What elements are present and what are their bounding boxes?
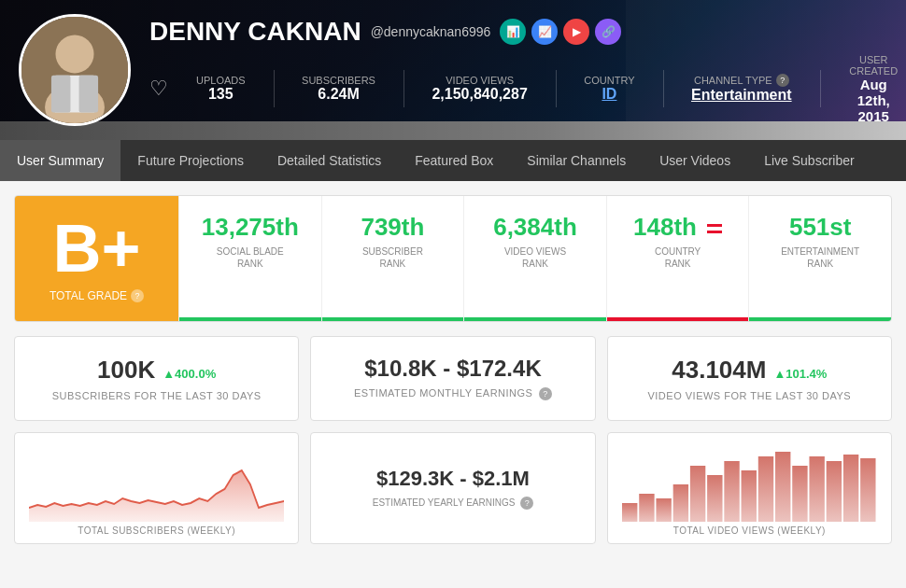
rank-bar-5 xyxy=(749,317,891,321)
svg-rect-13 xyxy=(741,470,756,522)
video-views-weekly-label: TOTAL VIDEO VIEWS (WEEKLY) xyxy=(608,525,891,536)
subscribers-stat: SUBSCRIBERS 6.24M xyxy=(302,75,375,103)
country-stat: COUNTRY ID xyxy=(584,75,634,103)
svg-rect-20 xyxy=(860,458,875,522)
svg-rect-16 xyxy=(792,466,807,522)
channel-info: DENNY CAKNAN @dennycaknan6996 📊 📈 ▶ 🔗 ♡ … xyxy=(149,17,899,124)
favorite-icon[interactable]: ♡ xyxy=(149,77,168,101)
svg-rect-15 xyxy=(775,452,790,522)
svg-rect-6 xyxy=(622,503,637,522)
rank-bar-1 xyxy=(179,317,321,321)
rank-video-views-label: VIDEO VIEWSRANK xyxy=(474,245,597,270)
svg-rect-14 xyxy=(757,456,772,522)
channel-name: DENNY CAKNAN xyxy=(149,17,361,47)
channel-avatar xyxy=(19,14,131,126)
rank-country-label: COUNTRYRANK xyxy=(616,245,740,270)
svg-point-1 xyxy=(55,35,93,73)
channel-handle: @dennycaknan6996 xyxy=(371,24,491,39)
indonesia-flag xyxy=(707,224,722,233)
main-content: B+ TOTAL GRADE ? 13,275th SOCIAL BLADERA… xyxy=(0,181,906,558)
rank-entertainment-number: 551st xyxy=(758,213,882,242)
yearly-earnings-value: $129.3K - $2.1M xyxy=(376,467,530,491)
nav-item-featured-box[interactable]: Featured Box xyxy=(398,140,510,181)
svg-rect-18 xyxy=(826,461,841,522)
svg-rect-4 xyxy=(51,76,71,113)
rank-subscriber: 739th SUBSCRIBERRANK xyxy=(321,196,464,321)
rank-bar-4 xyxy=(607,317,749,321)
socialblade-icon[interactable]: 📊 xyxy=(500,19,526,45)
subscribers-weekly-chart-card: TOTAL SUBSCRIBERS (WEEKLY) xyxy=(14,432,299,544)
nav-item-live-subscriber[interactable]: Live Subscriber xyxy=(747,140,871,181)
svg-rect-9 xyxy=(672,484,687,522)
rank-social-blade-label: SOCIAL BLADERANK xyxy=(189,245,312,270)
rank-entertainment-label: ENTERTAINMENTRANK xyxy=(758,245,882,270)
channel-stats-row: ♡ UPLOADS 135 SUBSCRIBERS 6.24M VIDEO VI… xyxy=(149,54,899,124)
monthly-earnings-card: $10.8K - $172.4K ESTIMATED MONTHLY EARNI… xyxy=(310,336,595,421)
video-views-weekly-chart xyxy=(622,447,877,522)
subscribers-value: 6.24M xyxy=(302,86,375,103)
nav-item-user-summary[interactable]: User Summary xyxy=(0,140,120,181)
rank-video-views: 6,384th VIDEO VIEWSRANK xyxy=(463,196,606,321)
divider-5 xyxy=(820,70,821,107)
subscribers-30-change: ▲400.0% xyxy=(163,367,216,381)
navigation-bar: User Summary Future Projections Detailed… xyxy=(0,140,906,181)
svg-rect-8 xyxy=(656,498,671,522)
youtube-icon[interactable]: ▶ xyxy=(563,19,589,45)
rank-subscriber-number: 739th xyxy=(332,213,455,242)
video-views-weekly-chart-card: TOTAL VIDEO VIEWS (WEEKLY) xyxy=(607,432,892,544)
channel-name-row: DENNY CAKNAN @dennycaknan6996 📊 📈 ▶ 🔗 xyxy=(149,17,899,47)
divider-1 xyxy=(274,70,275,107)
channel-type-help-icon[interactable]: ? xyxy=(776,74,789,87)
avatar-image xyxy=(21,17,128,123)
svg-rect-12 xyxy=(724,461,739,522)
social-link-icon[interactable]: 🔗 xyxy=(595,19,621,45)
nav-item-similar-channels[interactable]: Similar Channels xyxy=(510,140,643,181)
video-views-30-label: VIDEO VIEWS FOR THE LAST 30 DAYS xyxy=(627,390,872,401)
channel-icons: 📊 📈 ▶ 🔗 xyxy=(500,19,621,45)
country-value[interactable]: ID xyxy=(584,86,634,103)
user-created-label: USER CREATED xyxy=(848,54,899,77)
grade-letter: B+ xyxy=(52,215,140,282)
video-views-stat: VIDEO VIEWS 2,150,840,287 xyxy=(432,75,527,103)
rank-entertainment: 551st ENTERTAINMENTRANK xyxy=(748,196,891,321)
video-views-30-change: ▲101.4% xyxy=(773,367,827,381)
rank-bar-2 xyxy=(322,317,464,321)
chart-cards: TOTAL SUBSCRIBERS (WEEKLY) $129.3K - $2.… xyxy=(14,432,892,544)
rank-social-blade-number: 13,275th xyxy=(189,213,312,242)
monthly-earnings-label: ESTIMATED MONTHLY EARNINGS ? xyxy=(330,387,575,400)
svg-rect-17 xyxy=(809,456,824,522)
nav-item-user-videos[interactable]: User Videos xyxy=(643,140,747,181)
subscribers-label: SUBSCRIBERS xyxy=(302,75,375,86)
channel-type-label: CHANNEL TYPE ? xyxy=(691,74,792,87)
video-views-30-days-card: 43.104M ▲101.4% VIDEO VIEWS FOR THE LAST… xyxy=(607,336,892,421)
yearly-earnings-help-icon[interactable]: ? xyxy=(520,497,533,510)
svg-rect-5 xyxy=(79,76,99,113)
video-views-30-value: 43.104M xyxy=(672,356,766,385)
nav-item-future-projections[interactable]: Future Projections xyxy=(120,140,261,181)
grade-box: B+ TOTAL GRADE ? xyxy=(15,196,178,321)
nav-item-detailed-statistics[interactable]: Detailed Statistics xyxy=(261,140,398,181)
channel-type-value[interactable]: Entertainment xyxy=(691,87,792,104)
rank-bar-3 xyxy=(464,317,606,321)
svg-rect-19 xyxy=(843,455,858,522)
uploads-stat: UPLOADS 135 xyxy=(196,75,246,103)
stats-cards: 100K ▲400.0% SUBSCRIBERS FOR THE LAST 30… xyxy=(14,336,892,421)
rank-subscriber-label: SUBSCRIBERRANK xyxy=(332,245,455,270)
monthly-earnings-help-icon[interactable]: ? xyxy=(539,387,552,400)
channel-type-stat: CHANNEL TYPE ? Entertainment xyxy=(691,74,792,104)
rank-video-views-number: 6,384th xyxy=(474,213,597,242)
uploads-value: 135 xyxy=(196,86,246,103)
grade-help-icon[interactable]: ? xyxy=(131,289,144,302)
country-label: COUNTRY xyxy=(584,75,634,86)
stats-icon[interactable]: 📈 xyxy=(531,19,558,45)
subscribers-30-days-card: 100K ▲400.0% SUBSCRIBERS FOR THE LAST 30… xyxy=(14,336,299,421)
divider-4 xyxy=(663,70,664,107)
subscribers-30-label: SUBSCRIBERS FOR THE LAST 30 DAYS xyxy=(34,390,279,401)
svg-rect-11 xyxy=(707,475,722,522)
video-views-value-row: 43.104M ▲101.4% xyxy=(627,356,872,385)
video-views-value: 2,150,840,287 xyxy=(432,86,527,103)
rank-country-number: 148th xyxy=(616,213,740,242)
yearly-earnings-card: $129.3K - $2.1M ESTIMATED YEARLY EARNING… xyxy=(310,432,595,544)
header-content: DENNY CAKNAN @dennycaknan6996 📊 📈 ▶ 🔗 ♡ … xyxy=(0,0,906,140)
rank-social-blade: 13,275th SOCIAL BLADERANK xyxy=(178,196,321,321)
